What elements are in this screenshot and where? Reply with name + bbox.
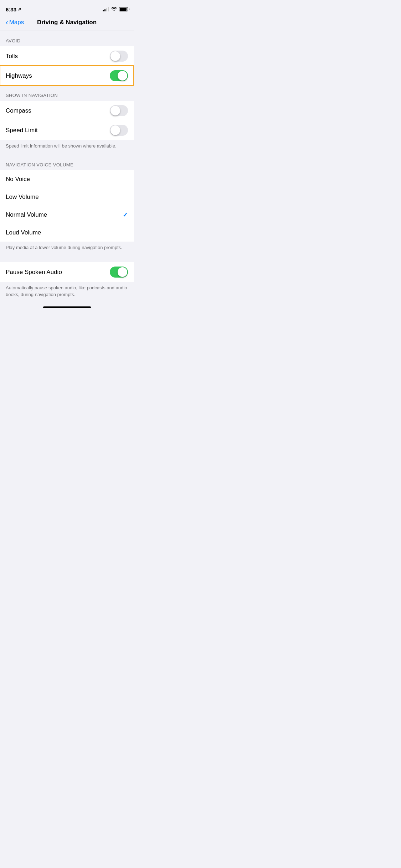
show-in-nav-settings-group: Compass Speed Limit — [0, 101, 134, 140]
pause-spoken-audio-label: Pause Spoken Audio — [6, 269, 62, 276]
time-display: 6:33 — [6, 6, 16, 12]
highways-label: Highways — [6, 72, 32, 79]
highways-row: Highways — [0, 66, 134, 86]
show-in-nav-section-header: SHOW IN NAVIGATION — [0, 86, 134, 101]
highways-toggle[interactable] — [110, 70, 128, 81]
signal-bar-1 — [103, 10, 104, 11]
battery-fill — [120, 8, 127, 11]
tolls-toggle-thumb — [110, 51, 120, 61]
low-volume-label: Low Volume — [6, 193, 39, 201]
status-bar: 6:33 ⇗ — [0, 0, 134, 16]
speed-limit-toggle-thumb — [110, 125, 120, 135]
page-title: Driving & Navigation — [37, 19, 97, 26]
compass-toggle[interactable] — [110, 105, 128, 116]
back-button[interactable]: ‹ Maps — [6, 19, 24, 26]
highways-toggle-thumb — [118, 71, 127, 81]
tolls-label: Tolls — [6, 53, 18, 60]
tolls-row: Tolls — [0, 46, 134, 66]
pause-spoken-audio-row: Pause Spoken Audio — [0, 262, 134, 282]
compass-toggle-thumb — [110, 106, 120, 115]
signal-bars — [103, 7, 109, 11]
low-volume-row[interactable]: Low Volume — [0, 188, 134, 206]
pause-audio-footer: Automatically pause spoken audio, like p… — [0, 282, 134, 303]
no-voice-label: No Voice — [6, 176, 30, 183]
nav-bar: ‹ Maps Driving & Navigation — [0, 16, 134, 31]
no-voice-row[interactable]: No Voice — [0, 170, 134, 188]
pause-spoken-audio-toggle[interactable] — [110, 267, 128, 278]
signal-bar-4 — [108, 7, 109, 11]
voice-volume-section-header: NAVIGATION VOICE VOLUME — [0, 155, 134, 170]
signal-bar-3 — [106, 8, 107, 11]
home-indicator — [0, 304, 134, 310]
bottom-spacer — [0, 304, 134, 313]
wifi-icon — [111, 6, 117, 12]
loud-volume-row[interactable]: Loud Volume — [0, 224, 134, 242]
compass-row: Compass — [0, 101, 134, 120]
tolls-toggle[interactable] — [110, 51, 128, 62]
pause-spoken-audio-toggle-thumb — [118, 267, 127, 277]
normal-volume-row[interactable]: Normal Volume ✓ — [0, 206, 134, 224]
back-chevron-icon: ‹ — [6, 18, 8, 26]
status-time: 6:33 ⇗ — [6, 6, 21, 12]
speed-limit-toggle[interactable] — [110, 125, 128, 136]
compass-label: Compass — [6, 107, 31, 114]
signal-bar-2 — [104, 9, 106, 11]
location-icon: ⇗ — [18, 7, 21, 12]
voice-volume-footer: Play media at a lower volume during navi… — [0, 242, 134, 257]
home-bar — [43, 306, 91, 308]
speed-limit-label: Speed Limit — [6, 127, 38, 134]
voice-volume-settings-group: No Voice Low Volume Normal Volume ✓ Loud… — [0, 170, 134, 242]
loud-volume-label: Loud Volume — [6, 229, 41, 236]
battery-icon — [119, 7, 128, 11]
speed-limit-row: Speed Limit — [0, 120, 134, 140]
avoid-settings-group: Tolls Highways — [0, 46, 134, 86]
back-label: Maps — [9, 19, 24, 26]
speed-limit-footer: Speed limit information will be shown wh… — [0, 140, 134, 155]
normal-volume-label: Normal Volume — [6, 211, 47, 218]
normal-volume-checkmark: ✓ — [123, 211, 128, 219]
status-icons — [103, 6, 128, 12]
avoid-section-header: AVOID — [0, 31, 134, 46]
pause-audio-settings-group: Pause Spoken Audio — [0, 262, 134, 282]
